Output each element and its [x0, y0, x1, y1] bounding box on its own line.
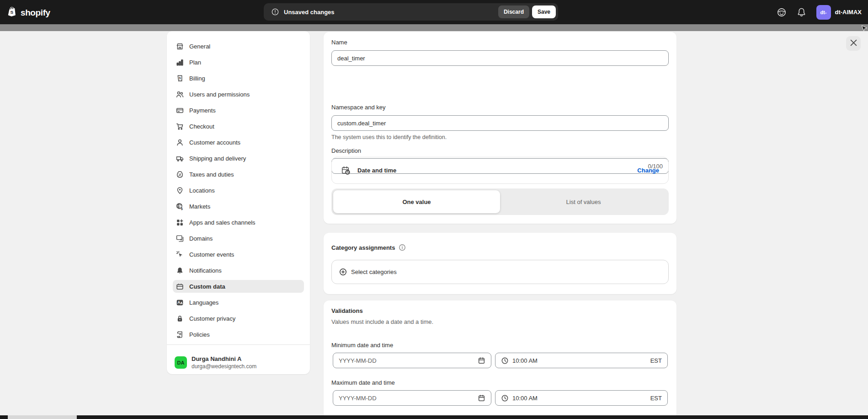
payments-card-icon: [176, 107, 184, 114]
sidebar-item-customer-privacy[interactable]: Customer privacy: [173, 312, 304, 325]
sidebar-item-label: Plan: [189, 59, 201, 66]
max-date-input[interactable]: YYYY-MM-DD: [333, 390, 491, 406]
calendar-clock-icon: [341, 166, 351, 175]
sidebar-item-domains[interactable]: Domains: [173, 232, 304, 245]
svg-text:$: $: [179, 75, 181, 80]
namespace-label: Namespace and key: [331, 104, 386, 111]
sidebar-item-users-and-permissions[interactable]: Users and permissions: [173, 88, 304, 101]
sidebar-item-payments[interactable]: Payments: [173, 104, 304, 117]
sidebar-item-label: General: [189, 43, 210, 50]
mouse-cursor: [861, 25, 868, 34]
one-value-tab[interactable]: One value: [333, 190, 500, 213]
user-email: durga@wedesigntech.com: [192, 363, 256, 370]
change-type-link[interactable]: Change: [637, 167, 659, 174]
sidebar-item-general[interactable]: General: [173, 40, 304, 53]
min-time-input[interactable]: 10:00 AM EST: [495, 353, 668, 368]
svg-text:S: S: [11, 10, 14, 15]
sidebar-item-languages[interactable]: ALanguages: [173, 296, 304, 309]
discard-button[interactable]: Discard: [498, 5, 529, 18]
bell-icon: [176, 267, 184, 274]
definition-card: Name Namespace and key The system uses t…: [324, 32, 676, 224]
user-name: Durga Nandhini A: [192, 355, 256, 362]
select-categories-button[interactable]: Select categories: [331, 260, 669, 284]
sidebar-item-label: Customer accounts: [189, 139, 240, 146]
sidebar-item-label: Billing: [189, 75, 205, 82]
sidebar-item-label: Shipping and delivery: [189, 155, 246, 162]
translate-icon: A: [176, 299, 184, 306]
min-datetime-label: Minimum date and time: [331, 342, 393, 349]
custom-data-box-icon: [176, 283, 184, 290]
dimmed-backdrop: [0, 24, 868, 31]
users-icon: [176, 91, 184, 98]
validations-card: Validations Values must include a date a…: [324, 301, 676, 419]
sidebar-item-label: Custom data: [189, 283, 225, 290]
max-time-input[interactable]: 10:00 AM EST: [495, 390, 668, 406]
store-name: dt-AIMAX: [835, 9, 862, 16]
shopify-wordmark: shopify: [21, 8, 50, 18]
sidebar-item-billing[interactable]: $Billing: [173, 72, 304, 85]
sidebar-item-plan[interactable]: Plan: [173, 56, 304, 69]
namespace-input[interactable]: [331, 115, 669, 131]
sidebar-divider: [167, 344, 310, 345]
category-title: Category assignments: [331, 244, 395, 251]
validations-subtitle: Values must include a date and a time.: [331, 318, 433, 325]
sidebar-item-label: Markets: [189, 203, 210, 210]
notifications-bell-icon[interactable]: [797, 7, 806, 17]
apps-grid-icon: [176, 219, 184, 226]
scrollbar-thumb[interactable]: [8, 415, 77, 419]
sidebar-item-customer-accounts[interactable]: Customer accounts: [173, 136, 304, 149]
sidebar-item-locations[interactable]: Locations: [173, 184, 304, 197]
sidekick-assistant-icon[interactable]: [777, 7, 787, 17]
max-time-value: 10:00 AM: [512, 395, 538, 402]
taxes-percent-icon: [176, 171, 184, 178]
calendar-icon: [478, 394, 485, 402]
name-label: Name: [331, 39, 347, 46]
sidebar-item-label: Languages: [189, 299, 218, 306]
store-icon: [176, 43, 184, 50]
sidebar-item-label: Apps and sales channels: [189, 219, 256, 226]
sidebar-item-shipping-and-delivery[interactable]: Shipping and delivery: [173, 152, 304, 165]
sidebar-item-markets[interactable]: $Markets: [173, 200, 304, 213]
store-menu[interactable]: dt- dt-AIMAX: [816, 5, 862, 20]
content-type-label: Date and time: [357, 167, 396, 174]
category-assignments-card: Category assignments Select categories: [324, 233, 676, 294]
clock-icon: [501, 357, 509, 365]
sidebar-item-label: Policies: [189, 331, 210, 338]
svg-text:A: A: [177, 300, 180, 305]
min-time-value: 10:00 AM: [512, 357, 538, 364]
settings-sidebar: GeneralPlan$BillingUsers and permissions…: [167, 31, 310, 374]
alert-circle-icon: [271, 8, 279, 16]
billing-receipt-icon: $: [176, 75, 184, 82]
sidebar-item-customer-events[interactable]: Customer events: [173, 248, 304, 261]
list-of-values-tab[interactable]: List of values: [500, 190, 667, 213]
person-icon: [176, 139, 184, 146]
shopify-bag-icon: S: [6, 6, 18, 19]
sidebar-item-notifications[interactable]: Notifications: [173, 264, 304, 277]
sidebar-item-taxes-and-duties[interactable]: Taxes and duties: [173, 168, 304, 181]
shopify-logo: S shopify: [6, 6, 50, 19]
calendar-icon: [478, 357, 485, 365]
horizontal-scrollbar[interactable]: [0, 415, 868, 419]
lock-icon: [176, 315, 184, 322]
name-input[interactable]: [331, 50, 669, 66]
sidebar-item-policies[interactable]: Policies: [173, 328, 304, 341]
unsaved-changes-bar: Unsaved changes Discard Save: [264, 3, 558, 21]
info-icon[interactable]: [399, 244, 406, 251]
sidebar-item-checkout[interactable]: Checkout: [173, 120, 304, 133]
sidebar-item-label: Customer events: [189, 251, 234, 258]
max-timezone: EST: [650, 395, 662, 402]
sidebar-item-label: Locations: [189, 187, 215, 194]
store-avatar: dt-: [816, 5, 831, 20]
sidebar-item-label: Domains: [189, 235, 213, 242]
sidebar-user[interactable]: DA Durga Nandhini A durga@wedesigntech.c…: [175, 355, 256, 370]
sidebar-item-apps-and-sales-channels[interactable]: Apps and sales channels: [173, 216, 304, 229]
cursor-click-icon: [176, 251, 184, 258]
checkout-cart-icon: [176, 123, 184, 130]
value-mode-segmented-control: One value List of values: [331, 188, 669, 215]
close-settings-button[interactable]: [846, 36, 861, 51]
sidebar-item-custom-data[interactable]: Custom data: [173, 280, 304, 293]
min-date-input[interactable]: YYYY-MM-DD: [333, 353, 491, 368]
min-timezone: EST: [650, 357, 662, 364]
save-button[interactable]: Save: [532, 5, 556, 18]
max-datetime-label: Maximum date and time: [331, 379, 395, 386]
